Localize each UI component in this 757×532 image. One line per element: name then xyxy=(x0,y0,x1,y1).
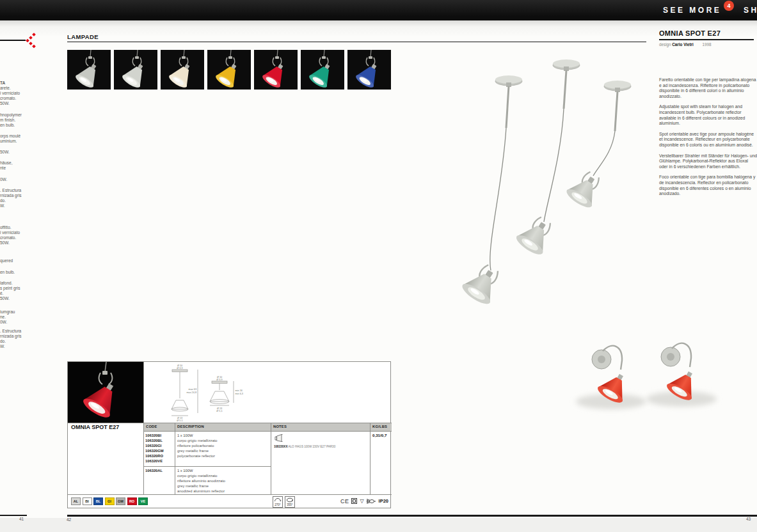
svg-text:Ø 3,9: Ø 3,9 xyxy=(177,367,182,370)
description-line: riflettore policarbonato xyxy=(177,443,218,448)
finish-swatch[interactable]: VE xyxy=(138,497,148,505)
halogen-lamp-icon xyxy=(275,434,283,442)
design-credit: design Carlo Vietri 1998 xyxy=(659,42,712,47)
text-fragment: i verniciato xyxy=(0,91,29,96)
svg-text:min 6,3: min 6,3 xyxy=(235,393,243,395)
spot-lamp-image xyxy=(67,50,111,90)
spot-lamp-image xyxy=(114,50,157,90)
product-title-rule xyxy=(659,39,754,40)
spec-table: Ø 10 Ø 3,9 max 63 max 24,8 Ø 13 Ø 5,1 Ø … xyxy=(67,361,391,508)
col-header-weight: KG/LBS xyxy=(372,425,387,428)
description-line: 1 x 100W xyxy=(177,433,218,438)
svg-text:Ø 5,1: Ø 5,1 xyxy=(216,410,222,412)
finish-swatch[interactable]: GI xyxy=(105,497,115,505)
section-underline xyxy=(67,42,646,42)
weight-value: 0,31/0,7 xyxy=(372,433,386,437)
pendant-lamp xyxy=(514,59,580,258)
finish-swatch[interactable]: BI xyxy=(83,497,92,505)
text-fragment: W. xyxy=(0,344,29,349)
text-fragment: arete. xyxy=(0,86,29,91)
notes-code: 108220XX xyxy=(274,445,287,448)
description-paragraph: Foco orientable con tige para bombilla h… xyxy=(659,175,757,196)
text-fragment: TA xyxy=(0,81,29,86)
text-fragment: 0W. xyxy=(0,320,29,325)
text-fragment: orps moulé xyxy=(0,134,29,139)
class-ii-icon xyxy=(351,498,357,504)
text-fragment: uminium. xyxy=(0,139,29,144)
variant-thumbnail[interactable] xyxy=(254,50,298,90)
text-fragment: W. xyxy=(0,203,29,208)
variant-thumbnail[interactable] xyxy=(114,50,157,90)
colour-variant-thumbnails xyxy=(67,50,391,90)
spot-lamp-image xyxy=(347,50,391,90)
divider xyxy=(0,40,26,41)
finish-swatch[interactable]: GM xyxy=(116,497,125,505)
spot-lamp-image xyxy=(207,50,251,90)
text-fragment: 0W. xyxy=(0,177,29,182)
variant-thumbnail[interactable] xyxy=(161,50,204,90)
variant-thumbnail[interactable] xyxy=(347,50,391,90)
product-code: 106320VE xyxy=(145,458,164,464)
certification-marks: CE ▽ IP20 xyxy=(332,496,388,506)
product-code: 106320BL xyxy=(145,438,164,443)
description-line: polycarbonate reflector xyxy=(177,453,218,458)
finish-swatch[interactable]: AL xyxy=(71,497,81,505)
page-margin xyxy=(0,518,757,532)
section-title: LAMPADE xyxy=(67,33,99,40)
page-number-41: 41 xyxy=(19,517,24,521)
code-list: 106320BI106320BL106320GI106320GM106320RO… xyxy=(145,433,164,464)
finish-swatches: AL BI BL GI GM RO VE xyxy=(71,497,148,505)
wall-spot-image xyxy=(557,332,736,422)
red-chevron-back-icon[interactable] xyxy=(26,33,37,48)
text-fragment: en bulb. xyxy=(0,270,29,275)
spot-lamp-image xyxy=(301,50,344,90)
variant-thumbnail[interactable] xyxy=(207,50,251,90)
top-bar: SEE MORE 4 SH xyxy=(0,0,757,20)
text-fragment: 50W. xyxy=(0,296,29,301)
text-fragment: offitto. xyxy=(0,225,29,230)
text-fragment: cromato. xyxy=(0,235,29,240)
text-fragment: . Estructura xyxy=(0,188,29,193)
product-code: 106320GI xyxy=(145,443,164,448)
product-descriptions: Faretto orientabile con tige per lampadi… xyxy=(659,77,757,202)
svg-text:Ø 3,9: Ø 3,9 xyxy=(216,379,222,381)
description-paragraph: Adjustable spot with steam for halogen a… xyxy=(659,104,757,126)
text-fragment: s peint gris xyxy=(0,286,29,291)
spot-lamp-image xyxy=(161,50,204,90)
description-cell: 1 x 100Wcorpo grigio metallizzatoriflett… xyxy=(177,433,218,458)
description-line: riflettore alluminio anodizzato xyxy=(177,478,225,483)
spec-product-name: OMNIA SPOT E27 xyxy=(71,424,119,430)
description-paragraph: Faretto orientabile con tige per lampadi… xyxy=(659,77,757,99)
description-line: corpo grigio metallizzato xyxy=(177,438,218,443)
design-year: 1998 xyxy=(703,42,712,47)
text-fragment: quered xyxy=(0,258,29,263)
notification-badge[interactable]: 4 xyxy=(724,1,734,11)
pendant-lamp xyxy=(564,81,631,210)
finish-swatch[interactable]: BL xyxy=(93,497,103,505)
rotation-icons: 270° 355° xyxy=(273,496,295,508)
svg-text:270°: 270° xyxy=(275,503,281,506)
ce-mark: CE xyxy=(340,498,349,505)
text-fragment: do. xyxy=(0,339,29,344)
product-code: 106320BI xyxy=(145,433,164,438)
finish-swatch[interactable]: RO xyxy=(127,497,137,505)
description-line: grey metallic frame xyxy=(177,483,225,489)
text-fragment: cromato. xyxy=(0,96,29,101)
ip-rating: IP20 xyxy=(379,498,388,504)
footer-rule-left xyxy=(0,515,27,516)
col-header-notes: NOTES xyxy=(273,425,287,428)
page-number-43: 43 xyxy=(746,517,751,521)
product-title: OMNIA SPOT E27 xyxy=(659,29,721,37)
text-fragment: 50W. xyxy=(0,150,29,155)
variant-thumbnail[interactable] xyxy=(67,50,111,90)
see-more-button[interactable]: SEE MORE xyxy=(663,6,721,15)
text-fragment: rnizada gris xyxy=(0,334,29,339)
variant-thumbnail[interactable] xyxy=(301,50,344,90)
text-fragment: . Estructura xyxy=(0,329,29,334)
text-fragment: hnopolymer xyxy=(0,113,29,118)
text-fragment: 50W. xyxy=(0,240,29,246)
text-fragment: é. xyxy=(0,291,29,296)
text-fragment: do. xyxy=(0,198,29,203)
text-fragment: iumgrau xyxy=(0,309,29,315)
share-button[interactable]: SH xyxy=(744,6,757,15)
